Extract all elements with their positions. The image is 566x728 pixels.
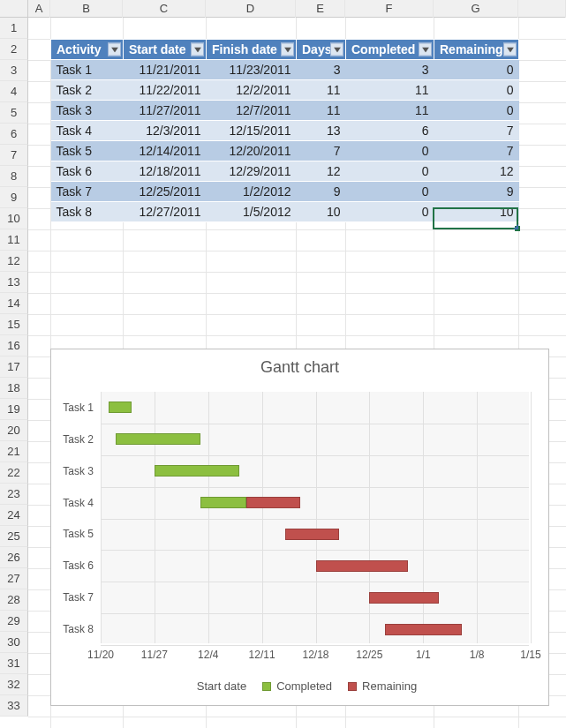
table-row[interactable]: Task 311/27/201112/7/201111110 <box>51 101 519 121</box>
col-header-G[interactable]: G <box>434 0 518 18</box>
cell-completed[interactable]: 11 <box>346 101 434 121</box>
row-header[interactable]: 6 <box>0 124 28 145</box>
filter-dropdown-icon[interactable] <box>191 43 204 56</box>
row-header[interactable]: 12 <box>0 251 28 272</box>
cell-days[interactable]: 3 <box>297 60 346 80</box>
row-header[interactable]: 18 <box>0 378 28 399</box>
row-header[interactable]: 33 <box>0 695 28 717</box>
row-header[interactable]: 5 <box>0 102 28 124</box>
row-header[interactable]: 9 <box>0 187 28 208</box>
table-row[interactable]: Task 211/22/201112/2/201111110 <box>51 80 519 101</box>
col-header-completed[interactable]: Completed <box>346 40 434 60</box>
col-header-start[interactable]: Start date <box>124 40 207 60</box>
cell-finish[interactable]: 12/29/2011 <box>207 161 297 182</box>
cell-completed[interactable]: 0 <box>346 161 434 182</box>
col-header-D[interactable]: D <box>206 0 296 18</box>
cell-finish[interactable]: 11/23/2011 <box>207 60 297 80</box>
table-row[interactable]: Task 512/14/201112/20/2011707 <box>51 141 519 161</box>
row-header[interactable]: 23 <box>0 484 28 505</box>
cell-start[interactable]: 12/3/2011 <box>124 121 207 141</box>
cell-days[interactable]: 10 <box>297 202 346 222</box>
col-header-B[interactable]: B <box>50 0 123 18</box>
row-header[interactable]: 24 <box>0 505 28 526</box>
row-header[interactable]: 2 <box>0 39 28 60</box>
col-header-activity[interactable]: Activity <box>51 40 124 60</box>
cell-start[interactable]: 11/21/2011 <box>124 60 207 80</box>
cell-finish[interactable]: 12/15/2011 <box>207 121 297 141</box>
row-header[interactable]: 17 <box>0 356 28 378</box>
row-header[interactable]: 30 <box>0 632 28 653</box>
cell-days[interactable]: 11 <box>297 80 346 101</box>
col-header-A[interactable]: A <box>28 0 50 18</box>
col-header-remaining[interactable]: Remaining <box>434 40 519 60</box>
row-header[interactable]: 19 <box>0 399 28 420</box>
gantt-chart[interactable]: Gantt chart Task 1Task 2Task 3Task 4Task… <box>50 349 549 706</box>
col-header-rest[interactable] <box>518 0 566 18</box>
table-row[interactable]: Task 712/25/20111/2/2012909 <box>51 182 519 202</box>
cell-start[interactable]: 12/14/2011 <box>124 141 207 161</box>
cell-completed[interactable]: 0 <box>346 141 434 161</box>
row-header[interactable]: 10 <box>0 208 28 229</box>
row-header[interactable]: 7 <box>0 145 28 166</box>
cell-activity[interactable]: Task 6 <box>51 161 124 182</box>
cell-remaining[interactable]: 9 <box>434 182 519 202</box>
cell-remaining[interactable]: 7 <box>434 141 519 161</box>
filter-dropdown-icon[interactable] <box>419 43 432 56</box>
row-header[interactable]: 16 <box>0 335 28 356</box>
filter-dropdown-icon[interactable] <box>281 43 294 56</box>
cell-completed[interactable]: 11 <box>346 80 434 101</box>
cell-remaining[interactable]: 10 <box>434 202 519 222</box>
cell-days[interactable]: 9 <box>297 182 346 202</box>
filter-dropdown-icon[interactable] <box>330 43 343 56</box>
row-header[interactable]: 15 <box>0 314 28 335</box>
cell-finish[interactable]: 1/2/2012 <box>207 182 297 202</box>
cell-activity[interactable]: Task 4 <box>51 121 124 141</box>
cell-completed[interactable]: 6 <box>346 121 434 141</box>
cell-finish[interactable]: 1/5/2012 <box>207 202 297 222</box>
table-row[interactable]: Task 812/27/20111/5/201210010 <box>51 202 519 222</box>
row-header[interactable]: 20 <box>0 420 28 441</box>
row-header[interactable]: 26 <box>0 547 28 568</box>
cell-start[interactable]: 12/25/2011 <box>124 182 207 202</box>
cell-remaining[interactable]: 7 <box>434 121 519 141</box>
col-header-F[interactable]: F <box>345 0 434 18</box>
cell-start[interactable]: 12/27/2011 <box>124 202 207 222</box>
cell-days[interactable]: 13 <box>297 121 346 141</box>
cell-days[interactable]: 7 <box>297 141 346 161</box>
cell-days[interactable]: 12 <box>297 161 346 182</box>
filter-dropdown-icon[interactable] <box>108 43 121 56</box>
row-header[interactable]: 29 <box>0 611 28 632</box>
row-header[interactable]: 22 <box>0 462 28 484</box>
cell-remaining[interactable]: 12 <box>434 161 519 182</box>
cell-activity[interactable]: Task 3 <box>51 101 124 121</box>
row-header[interactable]: 21 <box>0 441 28 462</box>
row-header[interactable]: 27 <box>0 568 28 589</box>
row-header[interactable]: 1 <box>0 18 28 39</box>
row-header[interactable]: 28 <box>0 589 28 611</box>
cell-finish[interactable]: 12/2/2011 <box>207 80 297 101</box>
cell-activity[interactable]: Task 1 <box>51 60 124 80</box>
row-header[interactable]: 4 <box>0 81 28 102</box>
row-header[interactable]: 3 <box>0 60 28 81</box>
row-header[interactable]: 8 <box>0 166 28 187</box>
table-row[interactable]: Task 612/18/201112/29/201112012 <box>51 161 519 182</box>
table-row[interactable]: Task 111/21/201111/23/2011330 <box>51 60 519 80</box>
row-header[interactable]: 32 <box>0 674 28 695</box>
cell-completed[interactable]: 3 <box>346 60 434 80</box>
cell-completed[interactable]: 0 <box>346 182 434 202</box>
cell-activity[interactable]: Task 7 <box>51 182 124 202</box>
cell-days[interactable]: 11 <box>297 101 346 121</box>
col-header-days[interactable]: Days <box>297 40 346 60</box>
cell-activity[interactable]: Task 2 <box>51 80 124 101</box>
row-header[interactable]: 13 <box>0 272 28 293</box>
col-header-C[interactable]: C <box>123 0 206 18</box>
row-header[interactable]: 31 <box>0 653 28 674</box>
cell-remaining[interactable]: 0 <box>434 101 519 121</box>
col-header-finish[interactable]: Finish date <box>207 40 297 60</box>
cell-start[interactable]: 11/22/2011 <box>124 80 207 101</box>
cell-start[interactable]: 11/27/2011 <box>124 101 207 121</box>
cell-activity[interactable]: Task 5 <box>51 141 124 161</box>
select-all-corner[interactable] <box>0 0 28 18</box>
filter-dropdown-icon[interactable] <box>503 43 517 56</box>
grid-area[interactable]: Activity Start date Finish date Days <box>28 18 566 728</box>
